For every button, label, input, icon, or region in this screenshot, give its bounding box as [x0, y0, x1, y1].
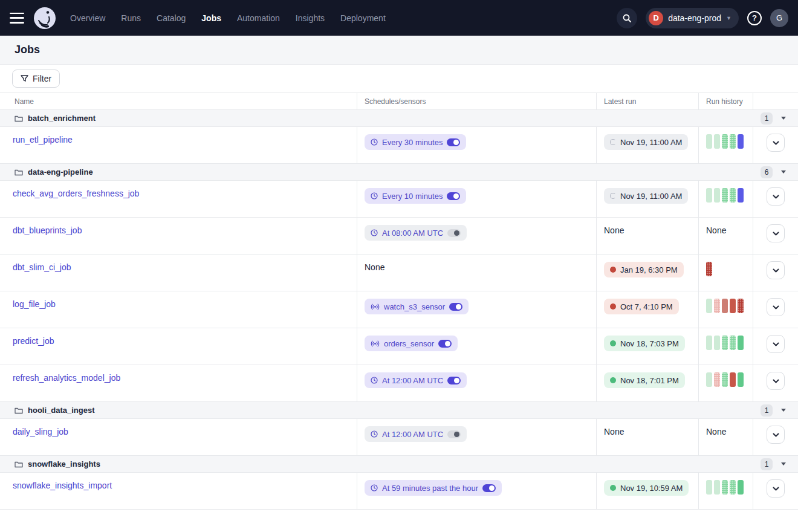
latest-run-pill[interactable]: Nov 19, 11:00 AM: [604, 188, 688, 204]
job-name-link[interactable]: daily_sling_job: [13, 427, 68, 436]
schedule-toggle[interactable]: [447, 192, 460, 200]
run-history-bar[interactable]: [730, 336, 736, 350]
avatar[interactable]: G: [770, 9, 788, 27]
group-row[interactable]: snowflake_insights 1: [0, 456, 798, 473]
latest-run-pill[interactable]: Jan 19, 6:30 PM: [604, 262, 684, 277]
nav-item-automation[interactable]: Automation: [237, 13, 280, 23]
run-history-bar[interactable]: [738, 134, 744, 149]
run-history-bar[interactable]: [738, 336, 744, 350]
schedule-pill[interactable]: At 12:00 AM UTC: [365, 372, 467, 388]
run-history-bar[interactable]: [722, 299, 728, 313]
job-name-link[interactable]: predict_job: [13, 336, 54, 346]
group-row[interactable]: data-eng-pipeline 6: [0, 164, 798, 181]
expand-row-button[interactable]: [767, 479, 785, 498]
latest-run-label: Nov 19, 11:00 AM: [620, 192, 682, 201]
schedule-pill[interactable]: At 59 minutes past the hour: [365, 480, 502, 496]
run-history-bar[interactable]: [714, 299, 720, 313]
run-history-bar[interactable]: [706, 299, 712, 313]
run-history-bar[interactable]: [706, 480, 712, 495]
latest-run-pill[interactable]: Nov 18, 7:03 PM: [604, 336, 685, 351]
clock-icon: [371, 430, 378, 438]
workspace-switcher[interactable]: D data-eng-prod ▼: [646, 8, 739, 28]
group-row[interactable]: batch_enrichment 1: [0, 110, 798, 127]
run-history-bar[interactable]: [722, 134, 728, 149]
page-title: Jobs: [15, 44, 40, 56]
run-history-bar[interactable]: [738, 480, 744, 495]
run-history-bar[interactable]: [714, 480, 720, 495]
latest-run-pill[interactable]: Nov 19, 10:59 AM: [604, 480, 689, 496]
schedule-pill[interactable]: At 12:00 AM UTC: [365, 426, 467, 442]
run-history-bar[interactable]: [714, 336, 720, 350]
expand-row-button[interactable]: [767, 335, 785, 353]
run-history-bar[interactable]: [706, 188, 712, 203]
expand-row-button[interactable]: [767, 187, 785, 206]
run-history-bar[interactable]: [738, 372, 744, 387]
collapse-caret-icon[interactable]: [781, 170, 786, 174]
latest-run-pill[interactable]: Nov 18, 7:01 PM: [604, 372, 685, 388]
expand-row-button[interactable]: [767, 372, 785, 390]
run-history-bar[interactable]: [714, 134, 720, 149]
nav-item-jobs[interactable]: Jobs: [201, 13, 221, 23]
latest-run-cell: Nov 19, 11:00 AM: [596, 127, 698, 163]
schedule-pill[interactable]: orders_sensor: [365, 336, 458, 351]
run-history-bar[interactable]: [722, 480, 728, 495]
expand-row-button[interactable]: [767, 426, 785, 444]
job-name-link[interactable]: run_etl_pipeline: [13, 135, 73, 144]
schedule-toggle[interactable]: [449, 303, 462, 311]
nav-item-insights[interactable]: Insights: [296, 13, 325, 23]
search-icon[interactable]: [617, 8, 637, 28]
run-history-bar[interactable]: [730, 299, 736, 313]
hamburger-menu-icon[interactable]: [10, 13, 24, 24]
run-history-bar[interactable]: [738, 188, 744, 203]
dagster-logo[interactable]: [33, 6, 57, 30]
collapse-caret-icon[interactable]: [781, 409, 786, 412]
nav-item-deployment[interactable]: Deployment: [340, 13, 386, 23]
run-history-bar[interactable]: [714, 372, 720, 387]
nav-item-runs[interactable]: Runs: [121, 13, 141, 23]
run-history-bar[interactable]: [706, 372, 712, 387]
job-name-link[interactable]: log_file_job: [13, 299, 56, 309]
run-history-bar[interactable]: [706, 336, 712, 350]
collapse-caret-icon[interactable]: [781, 462, 786, 465]
run-history-bar[interactable]: [730, 134, 736, 149]
run-history-bar[interactable]: [706, 262, 712, 276]
run-history-bar[interactable]: [738, 299, 744, 313]
help-icon[interactable]: ?: [747, 11, 762, 25]
expand-row-button[interactable]: [767, 261, 785, 279]
run-history-bar[interactable]: [730, 188, 736, 203]
job-name-link[interactable]: refresh_analytics_model_job: [13, 373, 120, 383]
schedule-toggle[interactable]: [447, 430, 461, 438]
schedule-pill[interactable]: Every 10 minutes: [365, 188, 466, 204]
collapse-caret-icon[interactable]: [781, 117, 786, 120]
schedule-pill[interactable]: At 08:00 AM UTC: [365, 225, 467, 241]
status-dot-success: [610, 377, 616, 383]
expand-row-button[interactable]: [767, 134, 785, 152]
expand-row-button[interactable]: [767, 298, 785, 316]
group-row[interactable]: hooli_data_ingest 1: [0, 402, 798, 419]
schedule-pill[interactable]: Every 30 minutes: [365, 134, 466, 150]
schedule-toggle[interactable]: [447, 229, 461, 237]
run-history-bar[interactable]: [730, 480, 736, 495]
expand-row-button[interactable]: [767, 224, 785, 242]
job-name-link[interactable]: check_avg_orders_freshness_job: [13, 189, 139, 198]
run-history-bar[interactable]: [714, 188, 720, 203]
run-history-bar[interactable]: [722, 336, 728, 350]
run-history-bar[interactable]: [706, 134, 712, 149]
schedule-toggle[interactable]: [447, 138, 460, 146]
schedule-toggle[interactable]: [438, 340, 452, 348]
nav-item-overview[interactable]: Overview: [70, 13, 105, 23]
schedule-toggle[interactable]: [447, 377, 461, 384]
latest-run-pill[interactable]: Nov 19, 11:00 AM: [604, 134, 688, 150]
clock-icon: [371, 484, 378, 491]
run-history-bar[interactable]: [730, 372, 736, 387]
latest-run-pill[interactable]: Oct 7, 4:10 PM: [604, 299, 679, 314]
schedule-toggle[interactable]: [482, 484, 496, 492]
nav-item-catalog[interactable]: Catalog: [157, 13, 186, 23]
run-history-bar[interactable]: [722, 188, 728, 203]
run-history-bar[interactable]: [722, 372, 728, 387]
job-name-link[interactable]: dbt_slim_ci_job: [13, 262, 71, 272]
filter-button[interactable]: Filter: [12, 70, 60, 88]
schedule-pill[interactable]: watch_s3_sensor: [365, 299, 469, 314]
job-name-link[interactable]: dbt_blueprints_job: [13, 225, 82, 235]
job-name-link[interactable]: snowflake_insights_import: [13, 481, 112, 490]
